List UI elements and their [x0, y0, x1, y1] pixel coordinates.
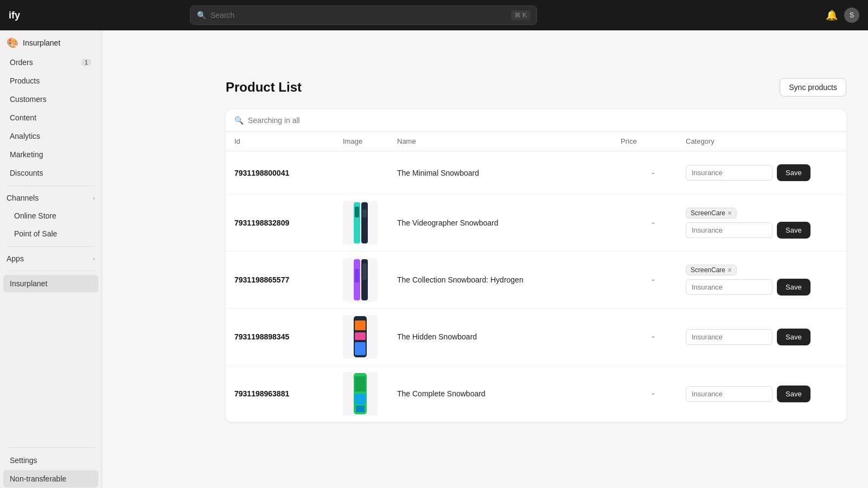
col-header-image: Image [343, 137, 397, 145]
category-tag: ScreenCare × [686, 208, 737, 219]
table-row: 7931198963881 The Complete Snowboard - [226, 365, 846, 422]
sidebar-item-online-store[interactable]: Online Store [8, 207, 98, 224]
table-row: 7931198832809 The Videographer Snowboard… [226, 195, 846, 252]
col-header-name: Name [397, 137, 621, 145]
store-header: 🎨 Insurplanet [0, 30, 101, 53]
global-search-bar[interactable]: 🔍 ⌘ K [190, 5, 537, 25]
sidebar-item-discounts[interactable]: Discounts [3, 164, 98, 182]
product-table: 🔍 Id Image Name Price Category 793119880… [226, 110, 846, 422]
sidebar-item-point-of-sale[interactable]: Point of Sale [8, 225, 98, 242]
sidebar-item-orders[interactable]: Orders 1 [3, 54, 98, 71]
sidebar-divider-3 [7, 271, 95, 271]
app-logo: ify [9, 10, 41, 21]
sidebar-item-analytics[interactable]: Analytics [3, 127, 98, 145]
category-input[interactable] [686, 279, 773, 295]
apps-section[interactable]: Apps › [0, 250, 101, 267]
sidebar-item-customers[interactable]: Customers [3, 91, 98, 108]
category-input-row: Save [686, 222, 838, 239]
col-header-category: Category [686, 137, 838, 145]
category-input[interactable] [686, 386, 773, 402]
save-button[interactable]: Save [777, 386, 810, 402]
category-input-row: Save [686, 329, 838, 345]
sidebar-item-insurplanet[interactable]: Insurplanet [3, 275, 98, 292]
product-thumbnail [343, 372, 378, 415]
notification-icon[interactable]: 🔔 [826, 9, 838, 21]
product-id: 7931198865577 [234, 275, 343, 284]
svg-rect-6 [355, 269, 359, 282]
product-price: - [621, 219, 686, 227]
product-image-cell [343, 201, 397, 245]
topbar-right: 🔔 S [826, 8, 859, 23]
avatar[interactable]: S [844, 8, 859, 23]
sidebar-item-non-transferable[interactable]: Non-transferable [3, 470, 98, 487]
table-header: Id Image Name Price Category [226, 132, 846, 151]
svg-rect-7 [362, 264, 367, 280]
sidebar-divider-4 [7, 447, 95, 448]
topbar: ify 🔍 ⌘ K 🔔 S [0, 0, 868, 30]
col-header-price: Price [621, 137, 686, 145]
search-icon: 🔍 [197, 11, 206, 20]
tag-label: ScreenCare [691, 209, 725, 217]
sidebar-item-content[interactable]: Content [3, 109, 98, 126]
global-search-input[interactable] [210, 11, 507, 20]
product-category-cell: ScreenCare × Save [686, 208, 838, 239]
search-shortcut: ⌘ K [511, 10, 530, 20]
category-tags: ScreenCare × [686, 208, 838, 219]
product-thumbnail [343, 315, 378, 358]
svg-rect-10 [355, 332, 366, 340]
category-input[interactable] [686, 329, 773, 345]
product-image-cell [343, 258, 397, 301]
product-id: 7931198832809 [234, 219, 343, 227]
category-input-row: Save [686, 386, 838, 402]
category-tag: ScreenCare × [686, 265, 737, 275]
product-name: The Hidden Snowboard [397, 332, 621, 341]
svg-rect-15 [356, 406, 365, 412]
channels-section[interactable]: Channels › [0, 189, 101, 207]
product-price: - [621, 275, 686, 284]
svg-rect-11 [355, 342, 366, 355]
store-name: Insurplanet [23, 38, 60, 47]
sidebar-label-analytics: Analytics [10, 132, 40, 140]
product-image-cell [343, 315, 397, 358]
table-row: 7931198865577 The Collection Snowboard: … [226, 252, 846, 309]
table-row: 7931198800041 The Minimal Snowboard - Sa… [226, 151, 846, 195]
svg-rect-2 [355, 207, 359, 217]
sidebar-label-products: Products [10, 76, 40, 85]
category-input[interactable] [686, 165, 773, 181]
tag-remove-button[interactable]: × [727, 209, 732, 217]
sidebar-label-marketing: Marketing [10, 150, 43, 159]
svg-rect-14 [355, 394, 366, 404]
save-button[interactable]: Save [777, 164, 810, 181]
table-search-bar[interactable]: 🔍 [226, 110, 846, 132]
product-id: 7931198800041 [234, 169, 343, 177]
sidebar-divider-1 [7, 185, 95, 186]
tag-label: ScreenCare [691, 266, 725, 274]
product-category-cell: Save [686, 386, 838, 402]
settings-label: Settings [10, 456, 37, 465]
sidebar-item-settings[interactable]: Settings [3, 452, 98, 469]
svg-rect-9 [355, 320, 366, 330]
sidebar-item-marketing[interactable]: Marketing [3, 146, 98, 163]
product-price: - [621, 169, 686, 177]
category-input[interactable] [686, 222, 773, 238]
point-of-sale-label: Point of Sale [14, 229, 57, 238]
table-search-input[interactable] [248, 116, 838, 125]
orders-badge: 1 [81, 59, 92, 66]
main-content-area: Product List Sync products 🔍 Id Image Na… [204, 30, 868, 488]
insurplanet-label: Insurplanet [10, 279, 47, 288]
product-price: - [621, 389, 686, 398]
store-icon: 🎨 [7, 37, 18, 49]
sidebar-item-products[interactable]: Products [3, 72, 98, 89]
product-name: The Videographer Snowboard [397, 219, 621, 227]
tag-remove-button[interactable]: × [727, 266, 732, 274]
channels-list: Online Store Point of Sale [0, 207, 101, 243]
product-category-cell: Save [686, 164, 838, 181]
svg-rect-3 [362, 209, 367, 217]
page-title: Product List [226, 80, 302, 95]
table-row: 7931198898345 The Hidden Snowboard - [226, 309, 846, 365]
save-button[interactable]: Save [777, 329, 810, 345]
save-button[interactable]: Save [777, 279, 810, 296]
save-button[interactable]: Save [777, 222, 810, 239]
sync-products-button[interactable]: Sync products [780, 78, 846, 97]
non-transferable-label: Non-transferable [10, 474, 66, 483]
